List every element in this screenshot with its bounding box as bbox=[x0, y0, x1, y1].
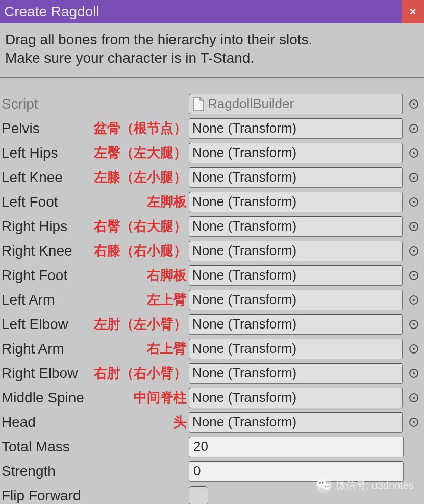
bone-value: None (Transform) bbox=[192, 145, 296, 161]
bone-label: Head bbox=[2, 414, 36, 431]
content: Script RagdollBuilder Pelvis 盆骨（根节点） bbox=[0, 92, 424, 504]
bone-label: Right Knee bbox=[2, 243, 72, 259]
bone-field[interactable]: None (Transform) bbox=[189, 143, 403, 163]
bone-picker-button[interactable] bbox=[406, 145, 422, 161]
svg-point-9 bbox=[413, 201, 415, 203]
bone-picker-button[interactable] bbox=[406, 316, 422, 333]
svg-point-1 bbox=[413, 103, 415, 105]
svg-point-33 bbox=[324, 486, 325, 487]
bone-label: Left Arm bbox=[2, 292, 55, 308]
bone-annotation: 左上臂 bbox=[147, 291, 187, 309]
bone-field[interactable]: None (Transform) bbox=[189, 216, 403, 237]
bone-annotation: 左肘（左小臂） bbox=[94, 315, 187, 333]
target-icon bbox=[408, 172, 419, 183]
bone-row: Left Foot 左脚板 None (Transform) bbox=[0, 190, 424, 214]
bone-annotation: 头 bbox=[173, 413, 187, 431]
bone-label: Right Foot bbox=[2, 267, 67, 284]
bone-field[interactable]: None (Transform) bbox=[189, 118, 403, 139]
bone-annotation: 中间脊柱 bbox=[134, 389, 187, 407]
bone-field[interactable]: None (Transform) bbox=[189, 192, 403, 212]
bone-row: Left Knee 左膝（左小腿） None (Transform) bbox=[0, 165, 424, 190]
bone-field[interactable]: None (Transform) bbox=[189, 241, 403, 261]
bone-row: Left Hips 左臀（左大腿） None (Transform) bbox=[0, 141, 424, 165]
bone-row: Left Elbow 左肘（左小臂） None (Transform) bbox=[0, 312, 424, 337]
close-button[interactable]: × bbox=[402, 0, 424, 23]
bone-picker-button[interactable] bbox=[406, 365, 422, 382]
bone-label: Left Elbow bbox=[2, 316, 68, 333]
bone-annotation: 左膝（左小腿） bbox=[94, 168, 187, 186]
bone-field[interactable]: None (Transform) bbox=[189, 290, 403, 310]
bone-label: Right Elbow bbox=[2, 365, 78, 382]
bone-label: Middle Spine bbox=[2, 390, 84, 406]
bone-value: None (Transform) bbox=[192, 169, 296, 185]
flip-forward-label: Flip Forward bbox=[2, 488, 81, 504]
svg-point-13 bbox=[413, 250, 415, 252]
watermark-text: 微信号: u3dnotes bbox=[336, 478, 414, 492]
svg-point-7 bbox=[413, 177, 415, 179]
flip-forward-checkbox[interactable] bbox=[189, 486, 208, 504]
number-label: Strength bbox=[2, 463, 56, 480]
bone-value: None (Transform) bbox=[192, 120, 296, 136]
script-value: RagdollBuilder bbox=[208, 96, 294, 112]
script-label: Script bbox=[2, 96, 38, 112]
bone-label: Left Hips bbox=[2, 145, 58, 161]
bone-field[interactable]: None (Transform) bbox=[189, 265, 403, 286]
bone-row: Head 头 None (Transform) bbox=[0, 410, 424, 435]
window-title: Create Ragdoll bbox=[4, 4, 99, 20]
bone-picker-button[interactable] bbox=[406, 341, 422, 357]
bone-row: Right Elbow 右肘（右小臂） None (Transform) bbox=[0, 361, 424, 386]
target-icon bbox=[408, 392, 419, 404]
bone-field[interactable]: None (Transform) bbox=[189, 339, 403, 359]
bone-annotation: 右臀（右大腿） bbox=[94, 217, 187, 235]
number-value: 0 bbox=[193, 463, 201, 479]
bone-label: Right Arm bbox=[2, 341, 64, 357]
bone-picker-button[interactable] bbox=[406, 243, 422, 259]
svg-point-30 bbox=[322, 484, 330, 490]
bone-annotation: 右肘（右小臂） bbox=[94, 364, 187, 382]
svg-point-27 bbox=[413, 421, 415, 423]
bone-value: None (Transform) bbox=[192, 243, 296, 259]
bone-field[interactable]: None (Transform) bbox=[189, 412, 403, 433]
bone-annotation: 右上臂 bbox=[147, 340, 187, 358]
bone-value: None (Transform) bbox=[192, 267, 296, 283]
bone-value: None (Transform) bbox=[192, 365, 296, 381]
svg-point-32 bbox=[322, 482, 323, 484]
bone-picker-button[interactable] bbox=[406, 194, 422, 210]
bone-picker-button[interactable] bbox=[406, 414, 422, 431]
svg-point-3 bbox=[413, 128, 415, 130]
svg-point-34 bbox=[327, 486, 328, 487]
bone-value: None (Transform) bbox=[192, 218, 296, 234]
script-picker-button[interactable] bbox=[406, 96, 422, 112]
bone-row: Right Foot 右脚板 None (Transform) bbox=[0, 263, 424, 288]
bone-picker-button[interactable] bbox=[406, 218, 422, 235]
number-row: Total Mass 20 bbox=[0, 435, 424, 459]
bone-value: None (Transform) bbox=[192, 292, 296, 308]
bone-annotation: 左臀（左大腿） bbox=[94, 144, 187, 162]
bone-row: Pelvis 盆骨（根节点） None (Transform) bbox=[0, 116, 424, 141]
bone-row: Right Arm 右上臂 None (Transform) bbox=[0, 337, 424, 361]
bone-picker-button[interactable] bbox=[406, 292, 422, 308]
svg-point-19 bbox=[413, 323, 415, 325]
bone-picker-button[interactable] bbox=[406, 390, 422, 406]
bone-annotation: 盆骨（根节点） bbox=[94, 119, 187, 137]
instruction-text: Drag all bones from the hierarchy into t… bbox=[0, 23, 424, 78]
svg-point-25 bbox=[413, 397, 415, 399]
svg-point-21 bbox=[413, 348, 415, 350]
bone-label: Left Foot bbox=[2, 194, 58, 210]
svg-point-31 bbox=[319, 482, 321, 484]
bone-field[interactable]: None (Transform) bbox=[189, 314, 403, 335]
target-icon bbox=[408, 147, 419, 159]
number-input[interactable]: 20 bbox=[189, 437, 404, 457]
bone-picker-button[interactable] bbox=[406, 169, 422, 186]
bone-field[interactable]: None (Transform) bbox=[189, 363, 403, 384]
bone-picker-button[interactable] bbox=[406, 267, 422, 284]
script-field[interactable]: RagdollBuilder bbox=[189, 94, 403, 114]
bone-field[interactable]: None (Transform) bbox=[189, 167, 403, 188]
number-value: 20 bbox=[193, 439, 208, 455]
bone-label: Right Hips bbox=[2, 218, 67, 235]
bone-picker-button[interactable] bbox=[406, 120, 422, 137]
bone-field[interactable]: None (Transform) bbox=[189, 388, 403, 408]
close-icon: × bbox=[410, 5, 416, 18]
doc-icon bbox=[192, 97, 205, 111]
bone-row: Right Hips 右臀（右大腿） None (Transform) bbox=[0, 214, 424, 239]
